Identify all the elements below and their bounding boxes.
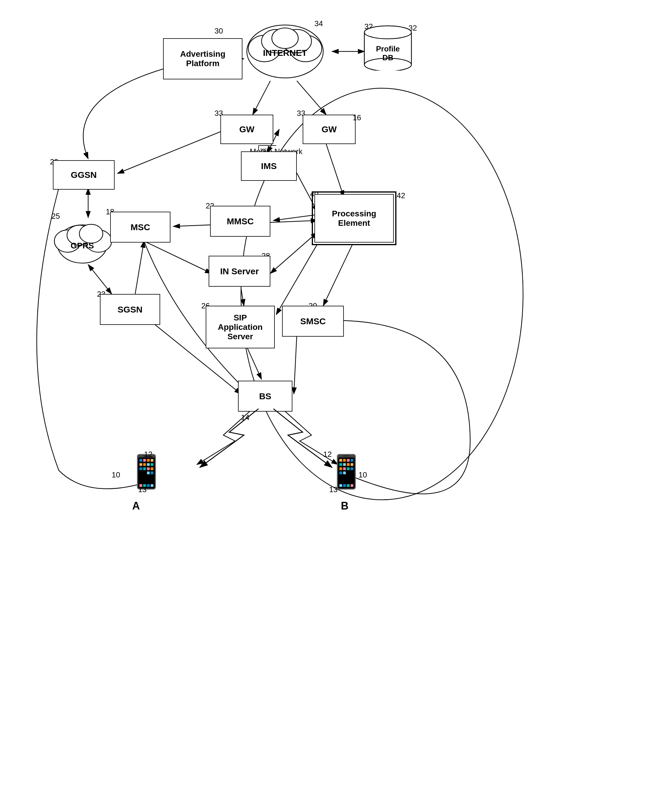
svg-line-9 bbox=[326, 144, 344, 197]
label-13a: 13 bbox=[138, 485, 147, 494]
processing-element-label: Processing Element bbox=[332, 209, 376, 228]
label-42: 42 bbox=[397, 191, 405, 200]
gprs-cloud: GPRS bbox=[53, 218, 112, 267]
mmsc-node: MMSC bbox=[210, 206, 270, 237]
label-32b: 32 bbox=[408, 23, 417, 33]
sgsn-label: SGSN bbox=[117, 305, 143, 314]
sip-server-label: SIP Application Server bbox=[218, 313, 262, 341]
internet-cloud: INTERNET bbox=[241, 19, 329, 84]
ggsn-node: GGSN bbox=[53, 160, 114, 189]
mmsc-label: MMSC bbox=[227, 217, 254, 226]
diagram-container: 30 34 32 Advertising Platform INTERNET bbox=[0, 0, 650, 812]
section-b-label: B bbox=[341, 500, 349, 512]
svg-line-13 bbox=[273, 215, 317, 220]
ims-node: IMS bbox=[241, 151, 297, 181]
section-a-label: A bbox=[132, 500, 140, 512]
smsc-node: SMSC bbox=[282, 306, 344, 337]
label-10a: 10 bbox=[112, 470, 120, 479]
svg-line-5 bbox=[253, 81, 270, 114]
gw-left-label: GW bbox=[239, 124, 254, 134]
advertising-platform-node: Advertising Platform bbox=[163, 38, 242, 79]
label-16: 16 bbox=[353, 113, 361, 122]
svg-point-47 bbox=[79, 224, 103, 243]
label-12a: 12 bbox=[144, 450, 152, 459]
bs-node: BS bbox=[238, 381, 292, 412]
svg-text:INTERNET: INTERNET bbox=[263, 48, 307, 58]
advertising-platform-label: Advertising Platform bbox=[180, 49, 225, 68]
gw-right-label: GW bbox=[321, 124, 337, 134]
sip-server-node: SIP Application Server bbox=[206, 306, 275, 348]
svg-text:GPRS: GPRS bbox=[70, 241, 94, 250]
svg-line-16 bbox=[241, 288, 244, 306]
sgsn-node: SGSN bbox=[100, 294, 160, 325]
svg-text:Profile: Profile bbox=[376, 44, 400, 53]
label-12b: 12 bbox=[323, 450, 332, 459]
svg-line-7 bbox=[117, 129, 226, 174]
label-10b: 10 bbox=[359, 470, 367, 479]
svg-point-31 bbox=[272, 28, 298, 49]
smsc-label: SMSC bbox=[300, 316, 326, 326]
svg-line-20 bbox=[135, 241, 144, 294]
bs-label: BS bbox=[259, 391, 271, 401]
msc-node: MSC bbox=[110, 212, 170, 243]
label-13b: 13 bbox=[329, 485, 338, 494]
svg-line-23 bbox=[294, 335, 297, 394]
ggsn-label: GGSN bbox=[71, 170, 97, 180]
svg-line-14 bbox=[270, 232, 317, 273]
svg-line-18 bbox=[323, 244, 353, 306]
svg-text:DB: DB bbox=[382, 53, 393, 62]
in-server-label: IN Server bbox=[220, 266, 259, 276]
svg-line-21 bbox=[247, 347, 262, 379]
msc-label: MSC bbox=[131, 222, 150, 232]
in-server-node: IN Server bbox=[209, 256, 270, 287]
ims-label: IMS bbox=[261, 161, 277, 171]
svg-point-37 bbox=[364, 26, 411, 39]
svg-line-15 bbox=[144, 241, 212, 273]
gw-left-node: GW bbox=[221, 114, 273, 144]
label-30: 30 bbox=[215, 26, 223, 35]
processing-element-node: Processing Element bbox=[314, 194, 394, 243]
gw-right-node: GW bbox=[303, 114, 356, 144]
